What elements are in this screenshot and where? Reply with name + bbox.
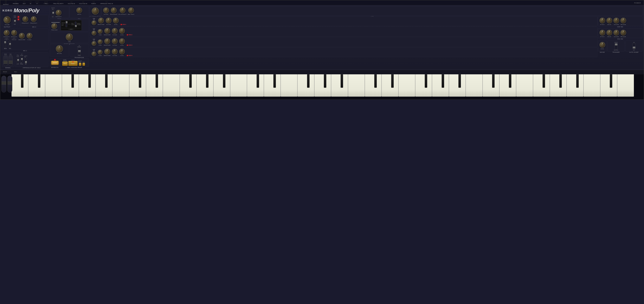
jack-porta[interactable] [93,1,94,3]
jack-trig-right[interactable] [46,1,48,3]
mod-wheel[interactable] [8,55,13,66]
vco1-level-knob[interactable] [113,18,119,24]
black-key-15[interactable] [374,74,377,88]
white-key-30[interactable] [516,74,533,97]
jack-vco-fcm[interactable] [82,1,84,3]
noise-level-knob[interactable] [600,42,605,48]
unison-share-button[interactable] [79,63,81,66]
poly-button[interactable] [82,63,85,66]
jack-output[interactable] [5,0,6,2]
white-key-1[interactable] [28,74,45,97]
white-key-28[interactable] [482,74,499,97]
mg1-kmod-knob[interactable] [26,33,32,39]
white-key-20[interactable] [348,74,365,97]
black-key-9[interactable] [223,74,226,88]
vco4-level-knob[interactable] [119,48,125,54]
white-key-5[interactable] [96,74,112,97]
auto-damp-switch[interactable] [632,43,635,49]
transpose-switch[interactable] [78,48,81,54]
trigger-switch[interactable] [615,43,618,49]
pwm-source-switch[interactable] [52,10,54,16]
vca-decay-knob[interactable] [606,30,612,36]
black-key-13[interactable] [324,74,326,88]
jack-arp[interactable] [106,1,107,3]
white-key-0[interactable] [12,74,28,97]
vco3-level-knob[interactable] [119,38,125,44]
black-key-16[interactable] [391,74,394,88]
white-key-19[interactable] [331,74,348,97]
white-key-13[interactable] [230,74,247,97]
vcf-decay-knob[interactable] [606,18,612,24]
white-key-3[interactable] [62,74,79,97]
white-key-6[interactable] [112,74,129,97]
black-key-1[interactable] [38,74,40,88]
white-key-25[interactable] [432,74,449,97]
jack-cv-right[interactable] [38,2,39,3]
jack-phones[interactable] [5,2,6,4]
arp-dir-lever[interactable] [21,56,22,62]
black-key-2[interactable] [72,74,74,88]
black-key-6[interactable] [156,74,158,88]
vco1-pwm-knob[interactable] [92,20,96,25]
vcf-sustain-knob[interactable] [614,18,619,24]
white-key-27[interactable] [466,74,482,97]
vco2-level-knob[interactable] [119,28,125,34]
white-key-14[interactable] [247,74,264,97]
black-key-4[interactable] [105,74,108,88]
mg1-int2-knob[interactable] [11,30,17,36]
jack-vco-fm[interactable] [71,1,72,3]
vco4-tune-knob[interactable] [98,50,102,54]
vca-sustain-knob[interactable] [614,30,619,36]
black-key-11[interactable] [273,74,276,88]
kbd-track-knob[interactable] [128,8,134,13]
mode-type-switch[interactable] [75,22,76,26]
vco1-octave-knob[interactable] [106,18,112,24]
mod-wheel-kb[interactable] [8,76,12,92]
white-key-24[interactable] [415,74,432,97]
black-key-19[interactable] [458,74,461,88]
pitch-wheel[interactable] [4,55,8,66]
vco3-octave-knob[interactable] [112,38,118,44]
jack-trig-pol[interactable] [58,1,59,3]
mg1-switch[interactable] [9,41,10,48]
mode-source-switch[interactable] [66,21,67,27]
mg2-freq2-knob[interactable] [31,16,36,22]
master-tune-knob[interactable] [92,8,99,15]
arp-range-lever[interactable] [17,57,19,63]
high-low-switch[interactable] [14,18,16,24]
black-key-5[interactable] [139,74,141,88]
white-key-31[interactable] [533,74,550,97]
jack-cv-left[interactable] [36,2,37,3]
mg2-freq1-knob[interactable] [22,16,28,22]
white-key-32[interactable] [550,74,566,97]
vco4-pwm-knob[interactable] [92,52,96,56]
black-key-8[interactable] [206,74,208,88]
black-key-22[interactable] [542,74,545,88]
eg-intensity-knob[interactable] [120,8,126,13]
portamento-knob[interactable] [66,34,73,41]
vco1-waveform-knob[interactable] [98,18,104,24]
white-key-23[interactable] [398,74,415,97]
freq-mod-knob[interactable] [51,23,57,29]
vco3-tune-knob[interactable] [98,40,102,44]
white-key-26[interactable] [449,74,466,97]
white-key-29[interactable] [499,74,516,97]
black-key-7[interactable] [189,74,192,88]
jack-trig-left[interactable] [44,1,46,3]
vcf-attack-knob[interactable] [600,18,605,24]
pitch-wheel-kb[interactable] [2,76,6,92]
black-key-12[interactable] [307,74,310,88]
white-key-4[interactable] [79,74,96,97]
vco2-waveform-knob[interactable] [104,28,110,34]
black-key-21[interactable] [509,74,511,88]
mono-button[interactable]: ──MONO── [68,61,78,66]
white-key-10[interactable] [180,74,196,97]
vco3-waveform-knob[interactable] [104,38,110,44]
pw-width-knob[interactable] [76,8,82,13]
white-key-18[interactable] [314,74,331,97]
vco2-octave-knob[interactable] [112,28,118,34]
black-key-10[interactable] [256,74,259,88]
jack-phones-1[interactable] [15,1,16,3]
white-key-22[interactable] [382,74,398,97]
white-key-7[interactable] [129,74,146,97]
